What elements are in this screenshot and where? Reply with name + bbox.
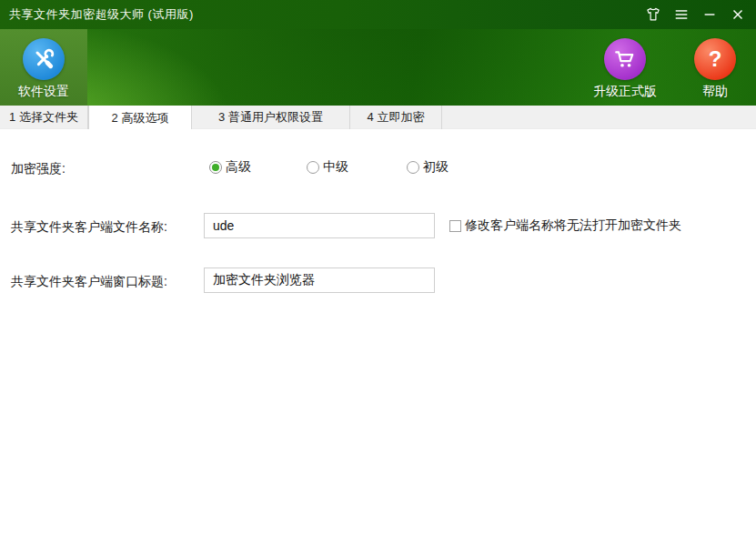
tab-select-folder[interactable]: 1 选择文件夹 [0,106,88,129]
nav-item-software-settings[interactable]: 软件设置 [0,29,87,106]
menu-button[interactable] [671,5,691,25]
radio-label-medium: 中级 [323,159,348,176]
header-banner: 软件设置 升级正式版 ? 帮助 [0,29,756,106]
title-bar: 共享文件夹加密超级大师 (试用版) [0,0,756,29]
window-title-input[interactable] [204,267,435,293]
radio-strength-high[interactable]: 高级 [209,159,251,176]
window-controls [643,5,756,25]
nav-label-upgrade: 升级正式版 [593,84,657,100]
advanced-options-panel: 加密强度: 高级 中级 初级 共享文件夹客户端文件名称: 修改客户端名称将无法打… [0,129,756,555]
cart-icon [604,38,646,80]
question-icon: ? [694,38,736,80]
tools-icon [23,38,65,80]
nav-label-software-settings: 软件设置 [18,84,69,100]
nav-item-upgrade[interactable]: 升级正式版 [587,29,663,106]
rename-warning-label: 修改客户端名称将无法打开加密文件夹 [465,217,681,234]
radio-strength-low[interactable]: 初级 [407,159,449,176]
hamburger-icon [673,6,690,23]
nav-item-help[interactable]: ? 帮助 [690,29,741,106]
app-window: 共享文件夹加密超级大师 (试用版) [0,0,756,555]
window-title-label: 共享文件夹客户端窗口标题: [11,274,167,290]
tshirt-icon [645,6,661,23]
minimize-icon [701,6,718,23]
radio-label-high: 高级 [226,159,251,176]
tab-user-permissions[interactable]: 3 普通用户权限设置 [192,106,350,129]
close-button[interactable] [728,5,748,25]
radio-unselected-icon [407,161,419,174]
window-title: 共享文件夹加密超级大师 (试用版) [0,6,194,23]
tab-bar: 1 选择文件夹 2 高级选项 3 普通用户权限设置 4 立即加密 [0,106,756,129]
radio-unselected-icon [307,161,319,174]
strength-label: 加密强度: [11,161,66,177]
radio-selected-icon [209,161,222,174]
checkbox-icon [449,220,461,232]
radio-strength-medium[interactable]: 中级 [307,159,348,176]
rename-warning-checkbox[interactable]: 修改客户端名称将无法打开加密文件夹 [449,217,681,234]
radio-label-low: 初级 [423,159,449,176]
close-icon [730,6,746,23]
minimize-button[interactable] [700,5,720,25]
skin-button[interactable] [643,5,663,25]
client-name-label: 共享文件夹客户端文件名称: [11,219,167,236]
question-glyph: ? [709,48,722,70]
tab-advanced-options[interactable]: 2 高级选项 [88,106,192,130]
tab-encrypt-now[interactable]: 4 立即加密 [350,106,442,129]
nav-label-help: 帮助 [702,84,728,100]
client-name-input[interactable] [204,213,435,238]
